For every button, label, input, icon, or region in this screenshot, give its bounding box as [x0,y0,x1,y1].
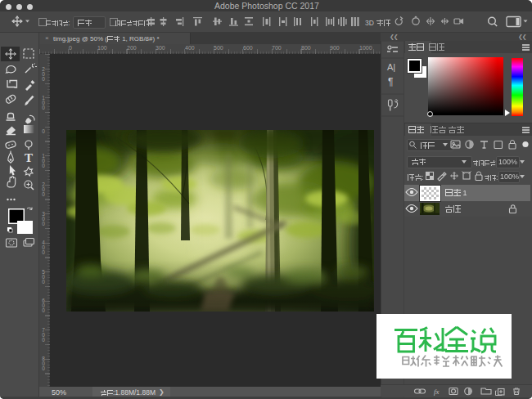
svg-text:¶: ¶ [388,76,393,87]
svg-text:A|: A| [387,62,395,72]
svg-text:fx: fx [434,388,440,396]
svg-text:T: T [25,151,33,164]
